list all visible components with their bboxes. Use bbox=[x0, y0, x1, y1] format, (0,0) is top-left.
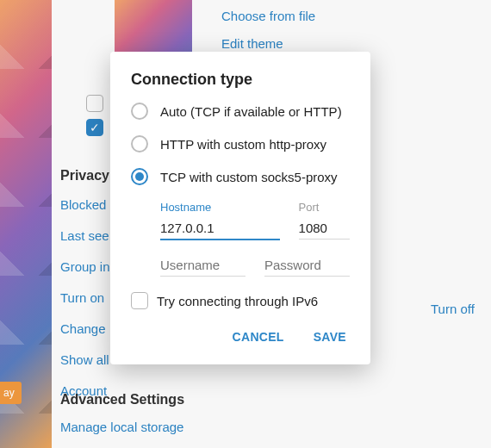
radio-http[interactable]: HTTP with custom http-proxy bbox=[131, 135, 350, 152]
radio-tcp-label: TCP with custom socks5-proxy bbox=[160, 170, 338, 184]
ipv6-label: Try connecting through IPv6 bbox=[157, 294, 318, 308]
ipv6-checkbox[interactable] bbox=[131, 292, 148, 309]
hostname-input[interactable] bbox=[160, 219, 280, 240]
hostname-label: Hostname bbox=[160, 201, 280, 214]
radio-auto[interactable]: Auto (TCP if available or HTTP) bbox=[131, 103, 350, 120]
modal-title: Connection type bbox=[131, 71, 350, 89]
connection-type-modal: Connection type Auto (TCP if available o… bbox=[110, 52, 370, 364]
radio-auto-label: Auto (TCP if available or HTTP) bbox=[160, 104, 342, 119]
cancel-button[interactable]: CANCEL bbox=[229, 323, 288, 351]
username-input[interactable] bbox=[160, 256, 246, 277]
radio-icon bbox=[131, 103, 148, 120]
port-input[interactable] bbox=[299, 219, 350, 240]
save-button[interactable]: SAVE bbox=[310, 323, 350, 351]
radio-icon bbox=[131, 168, 148, 185]
radio-icon bbox=[131, 135, 148, 152]
port-label: Port bbox=[299, 201, 350, 214]
radio-tcp[interactable]: TCP with custom socks5-proxy bbox=[131, 168, 350, 185]
password-input[interactable] bbox=[264, 256, 350, 277]
radio-http-label: HTTP with custom http-proxy bbox=[160, 137, 326, 152]
